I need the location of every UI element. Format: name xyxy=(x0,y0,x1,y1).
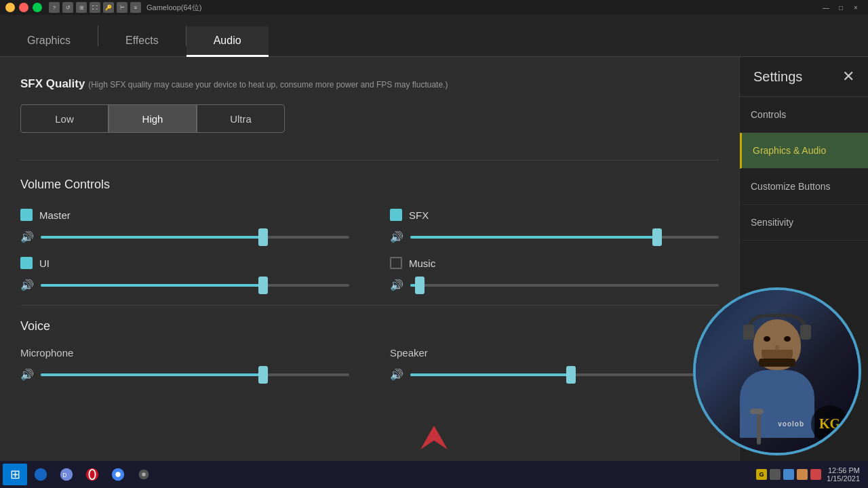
settings-nav-customize-buttons[interactable]: Customize Buttons xyxy=(740,169,868,205)
taskbar-icon-chrome[interactable] xyxy=(106,464,130,485)
sfx-slider-fill xyxy=(410,236,657,239)
webcam-content: voolob KG xyxy=(696,290,859,453)
voice-grid: Microphone 🔊 Speaker � xyxy=(20,347,719,381)
sfx-checkbox[interactable] xyxy=(390,209,402,221)
master-slider-row: 🔊 xyxy=(20,230,349,243)
volume-master: Master 🔊 xyxy=(20,209,349,243)
titlebar-icon-4[interactable]: ⛶ xyxy=(90,2,100,13)
sfx-label: SFX xyxy=(390,209,719,221)
headphone-cup-left xyxy=(743,325,754,340)
ui-slider-row: 🔊 xyxy=(20,279,349,291)
music-speaker-icon: 🔊 xyxy=(390,279,403,291)
music-slider-thumb[interactable] xyxy=(415,277,425,294)
microphone-slider-row: 🔊 xyxy=(20,368,349,381)
valorant-logo xyxy=(420,426,448,454)
titlebar-icon-2[interactable]: ↺ xyxy=(62,2,73,13)
headphones xyxy=(745,314,809,334)
ui-slider-track[interactable] xyxy=(41,284,349,287)
person-body: voolob xyxy=(740,370,814,438)
speaker-slider-fill xyxy=(410,373,571,376)
sfx-slider-thumb[interactable] xyxy=(652,228,662,246)
music-slider-row: 🔊 xyxy=(390,279,719,291)
sfx-quality-title: SFX Quality (High SFX quality may cause … xyxy=(20,77,719,91)
speaker-slider-track[interactable] xyxy=(410,373,719,376)
titlebar-icon-1[interactable]: ? xyxy=(49,2,60,13)
ui-checkbox[interactable] xyxy=(20,257,33,269)
settings-nav-graphics-audio[interactable]: Graphics & Audio xyxy=(740,133,868,169)
start-button[interactable]: ⊞ xyxy=(3,464,27,485)
volume-sfx: SFX 🔊 xyxy=(390,209,719,243)
titlebar-icon-3[interactable]: ⊞ xyxy=(76,2,87,13)
taskbar-icon-windows[interactable] xyxy=(28,464,53,485)
settings-close-button[interactable]: ✕ xyxy=(842,68,854,85)
person-head xyxy=(753,319,801,370)
taskbar-date: 1/15/2021 xyxy=(827,474,860,483)
microphone-slider-thumb[interactable] xyxy=(258,366,268,384)
master-label: Master xyxy=(20,209,349,221)
tab-audio[interactable]: Audio xyxy=(186,26,269,57)
master-checkbox[interactable] xyxy=(20,209,33,221)
kg-logo: KG xyxy=(811,405,848,443)
svg-marker-0 xyxy=(420,426,448,449)
microphone-speaker-icon: 🔊 xyxy=(20,368,34,381)
ui-label: UI xyxy=(20,257,349,269)
close-button[interactable]: × xyxy=(849,2,863,13)
titlebar-icon-6[interactable]: ⊢ xyxy=(117,2,127,13)
maximize-button[interactable]: □ xyxy=(834,2,848,13)
tabs-bar: Graphics Effects Audio xyxy=(0,15,868,57)
headphone-cup-right xyxy=(800,325,811,340)
voice-microphone: Microphone 🔊 xyxy=(20,347,349,381)
titlebar: ? ↺ ⊞ ⛶ 🔑 ⊢ ≡ Gameloop(64位) — □ × xyxy=(0,0,868,15)
speaker-slider-row: 🔊 xyxy=(390,368,719,381)
tab-effects[interactable]: Effects xyxy=(98,26,186,57)
divider-1 xyxy=(20,160,719,161)
sfx-quality-section: SFX Quality (High SFX quality may cause … xyxy=(20,77,719,133)
tray-icon-2[interactable] xyxy=(770,469,781,480)
tray-icon-4[interactable] xyxy=(797,469,808,480)
settings-title: Settings xyxy=(753,69,802,85)
speaker-slider-thumb[interactable] xyxy=(566,366,576,384)
voice-section: Voice Microphone 🔊 xyxy=(20,305,719,381)
speaker-label: Speaker xyxy=(390,347,719,359)
svg-point-9 xyxy=(142,472,146,476)
minimize-button[interactable]: — xyxy=(819,2,833,13)
settings-nav-controls[interactable]: Controls xyxy=(740,97,868,133)
music-slider-track[interactable] xyxy=(410,284,719,287)
titlebar-icon-5[interactable]: 🔑 xyxy=(103,2,114,13)
microphone-slider-track[interactable] xyxy=(41,373,349,376)
tab-graphics[interactable]: Graphics xyxy=(0,26,98,57)
music-checkbox[interactable] xyxy=(390,257,402,269)
main-panel: SFX Quality (High SFX quality may cause … xyxy=(0,57,739,461)
microphone-slider-fill xyxy=(41,373,263,376)
microphone-label: Microphone xyxy=(20,347,349,359)
settings-header: Settings ✕ xyxy=(740,57,868,97)
tray-icon-5[interactable] xyxy=(810,469,821,480)
music-label: Music xyxy=(390,257,719,269)
voice-speaker: Speaker 🔊 xyxy=(390,347,719,381)
webcam-overlay: voolob KG xyxy=(693,287,861,455)
volume-controls-section: Volume Controls Master 🔊 xyxy=(20,178,719,291)
volume-grid: Master 🔊 xyxy=(20,209,719,291)
tray-icon-3[interactable] xyxy=(783,469,794,480)
titlebar-icon-7[interactable]: ≡ xyxy=(130,2,141,13)
master-slider-thumb[interactable] xyxy=(258,228,268,246)
taskbar-icon-discord[interactable]: D xyxy=(54,464,79,485)
taskbar-icon-settings[interactable] xyxy=(132,464,156,485)
quality-btn-ultra[interactable]: Ultra xyxy=(197,104,285,133)
quality-btn-low[interactable]: Low xyxy=(20,104,108,133)
taskbar-time: 12:56 PM xyxy=(828,466,860,474)
volume-controls-title: Volume Controls xyxy=(20,178,719,192)
window-title: Gameloop(64位) xyxy=(146,3,819,13)
speaker-speaker-icon: 🔊 xyxy=(390,368,403,381)
quality-btn-high[interactable]: High xyxy=(108,104,197,133)
svg-point-1 xyxy=(35,468,47,481)
voice-title: Voice xyxy=(20,319,719,333)
sfx-slider-track[interactable] xyxy=(410,236,719,239)
ui-slider-thumb[interactable] xyxy=(258,277,268,294)
tray-icon-1[interactable]: G xyxy=(756,469,767,480)
quality-buttons: Low High Ultra xyxy=(20,104,719,133)
taskbar-icon-opera[interactable] xyxy=(80,464,104,485)
master-slider-track[interactable] xyxy=(41,236,349,239)
settings-nav-sensitivity[interactable]: Sensitivity xyxy=(740,205,868,241)
volume-ui: UI 🔊 xyxy=(20,257,349,291)
